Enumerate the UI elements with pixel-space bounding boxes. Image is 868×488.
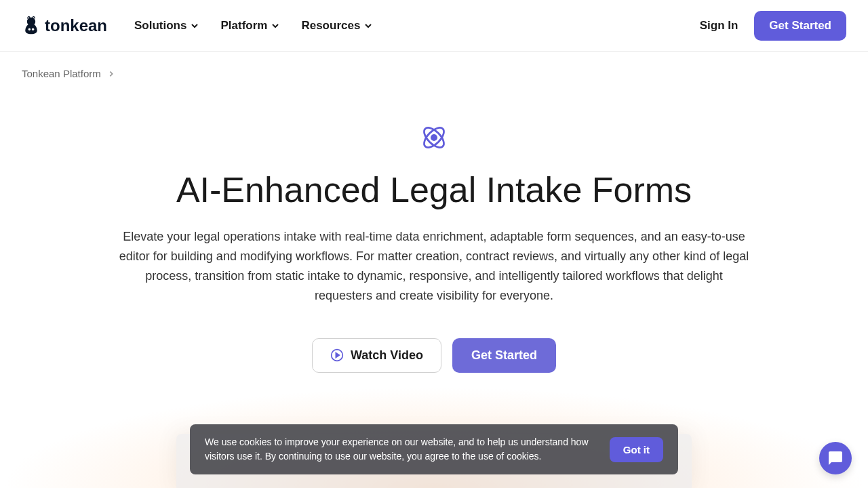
- chat-widget[interactable]: [819, 442, 852, 474]
- hero-description: Elevate your legal operations intake wit…: [115, 227, 753, 305]
- nav-label: Solutions: [134, 19, 186, 33]
- site-header: tonkean Solutions Platform Resources Sig…: [0, 0, 868, 52]
- watch-video-label: Watch Video: [351, 348, 423, 363]
- breadcrumb: Tonkean Platform: [0, 52, 868, 96]
- play-icon: [330, 348, 344, 362]
- cookie-text: We use cookies to improve your experienc…: [205, 435, 596, 464]
- nav-solutions[interactable]: Solutions: [134, 19, 199, 33]
- nav-label: Platform: [220, 19, 267, 33]
- breadcrumb-item[interactable]: Tonkean Platform: [22, 68, 101, 79]
- logo[interactable]: tonkean: [22, 16, 107, 35]
- svg-point-2: [431, 135, 436, 140]
- chevron-down-icon: [191, 22, 199, 30]
- nav-platform[interactable]: Platform: [220, 19, 279, 33]
- nav-label: Resources: [301, 19, 360, 33]
- hero-buttons: Watch Video Get Started: [54, 338, 814, 373]
- logo-text: tonkean: [45, 16, 107, 35]
- cookie-accept-button[interactable]: Got it: [610, 437, 663, 462]
- main-nav: Solutions Platform Resources: [134, 19, 372, 33]
- hero-get-started-button[interactable]: Get Started: [452, 338, 556, 373]
- cookie-banner: We use cookies to improve your experienc…: [190, 424, 678, 474]
- chevron-down-icon: [364, 22, 372, 30]
- hero-icon: [419, 123, 449, 152]
- chevron-down-icon: [271, 22, 279, 30]
- chat-icon: [827, 450, 844, 466]
- header-right: Sign In Get Started: [700, 11, 846, 41]
- logo-icon: [22, 16, 41, 35]
- hero-section: AI-Enhanced Legal Intake Forms Elevate y…: [0, 96, 868, 373]
- chevron-right-icon: [108, 70, 115, 77]
- nav-resources[interactable]: Resources: [301, 19, 372, 33]
- watch-video-button[interactable]: Watch Video: [312, 338, 441, 373]
- page-title: AI-Enhanced Legal Intake Forms: [54, 169, 814, 211]
- header-left: tonkean Solutions Platform Resources: [22, 16, 372, 35]
- get-started-button[interactable]: Get Started: [754, 11, 846, 41]
- signin-link[interactable]: Sign In: [700, 19, 738, 33]
